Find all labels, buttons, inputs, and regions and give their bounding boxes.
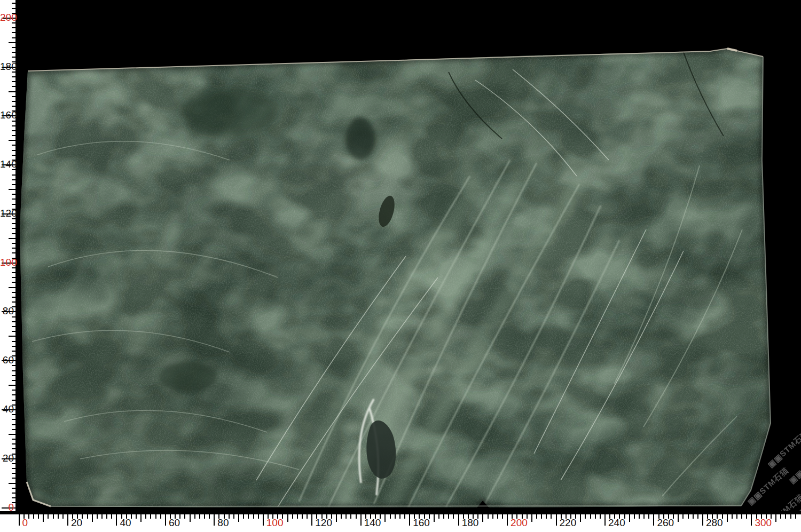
ruler-tick [12, 52, 15, 53]
ruler-tick [233, 514, 234, 519]
ruler-tick [253, 514, 254, 519]
ruler-tick [785, 514, 786, 519]
ruler-tick [12, 47, 15, 48]
ruler-tick [790, 514, 791, 519]
ruler-tick [9, 483, 15, 484]
ruler-tick [12, 204, 15, 205]
ruler-tick [12, 155, 15, 156]
ruler-tick [9, 385, 15, 386]
ruler-label: 140 [0, 158, 14, 170]
ruler-tick [12, 277, 15, 278]
ruler-tick [9, 42, 15, 43]
ruler-tick [43, 514, 44, 522]
ruler-label: 220 [560, 517, 577, 529]
ruler-tick [12, 473, 15, 474]
ruler-tick [184, 514, 185, 519]
ruler-tick [404, 514, 405, 519]
ruler-tick [145, 514, 146, 519]
ruler-tick [12, 8, 15, 9]
ruler-tick [28, 514, 29, 519]
ruler-tick [12, 96, 15, 97]
ruler-label: 60 [0, 354, 14, 366]
ruler-tick [12, 375, 15, 376]
ruler-label: 140 [364, 517, 381, 529]
ruler-tick [38, 514, 39, 519]
ruler-tick [238, 514, 239, 522]
ruler-tick [12, 497, 15, 498]
ruler-tick [736, 514, 737, 519]
ruler-tick [629, 514, 630, 522]
ruler-tick [116, 514, 117, 526]
ruler-tick [12, 125, 15, 126]
ruler-tick [12, 292, 15, 293]
ruler-tick [9, 336, 15, 337]
ruler-tick [12, 228, 15, 229]
ruler-tick [741, 514, 742, 519]
ruler-label: 40 [0, 403, 14, 415]
ruler-tick [12, 223, 15, 224]
ruler-tick [399, 514, 400, 519]
ruler-tick [604, 514, 606, 526]
ruler-tick [12, 252, 15, 253]
ruler-tick [643, 514, 645, 519]
ruler-tick [12, 331, 15, 332]
ruler-tick [551, 514, 552, 519]
ruler-tick [209, 514, 210, 519]
ruler-tick [263, 514, 264, 526]
ruler-tick [12, 429, 15, 430]
ruler-tick [12, 478, 15, 479]
ruler-tick [653, 514, 654, 526]
ruler-tick [693, 514, 694, 519]
ruler-tick [165, 514, 166, 526]
ruler-tick [795, 514, 796, 519]
ruler-tick [87, 514, 88, 519]
ruler-label: 120 [315, 517, 332, 529]
ruler-tick [546, 514, 547, 519]
ruler-tick [732, 514, 733, 519]
ruler-tick [12, 419, 15, 420]
ruler-tick [12, 233, 15, 234]
ruler-tick [12, 439, 15, 440]
ruler-tick [531, 514, 532, 522]
ruler-tick [360, 514, 362, 526]
ruler-tick [12, 488, 15, 489]
ruler-tick [12, 174, 15, 176]
ruler-tick [311, 514, 312, 526]
ruler-tick [12, 32, 15, 33]
ruler-tick [409, 514, 410, 526]
ruler-tick [12, 297, 15, 298]
ruler-label: 160 [413, 517, 430, 529]
ruler-tick [585, 514, 586, 519]
ruler-tick [287, 514, 288, 522]
ruler-tick [12, 493, 15, 494]
ruler-tick [150, 514, 151, 519]
ruler-label: 20 [71, 517, 82, 529]
ruler-tick [12, 81, 15, 82]
ruler-tick [502, 514, 503, 519]
ruler-tick [12, 57, 15, 58]
ruler-label: 160 [0, 109, 14, 121]
ruler-tick [12, 380, 15, 381]
ruler-tick [243, 514, 244, 519]
ruler-tick [12, 321, 15, 322]
ruler-tick [458, 514, 459, 526]
ruler-label: 280 [706, 517, 723, 529]
ruler-label: 100 [266, 517, 284, 529]
ruler-tick [48, 514, 49, 519]
ruler-tick [190, 514, 191, 522]
ruler-tick [775, 514, 776, 522]
ruler-tick [214, 514, 215, 526]
ruler-tick [12, 106, 15, 107]
ruler-tick [9, 140, 15, 141]
ruler-tick [384, 514, 386, 522]
ruler-tick [12, 27, 15, 28]
ruler-tick [12, 272, 15, 273]
ruler-tick [12, 370, 15, 371]
ruler-tick [600, 514, 601, 519]
ruler-tick [97, 514, 98, 519]
ruler-tick [12, 400, 15, 401]
ruler-tick [390, 514, 391, 519]
ruler-tick [12, 346, 15, 347]
ruler-tick [746, 514, 747, 519]
ruler-tick [634, 514, 635, 519]
